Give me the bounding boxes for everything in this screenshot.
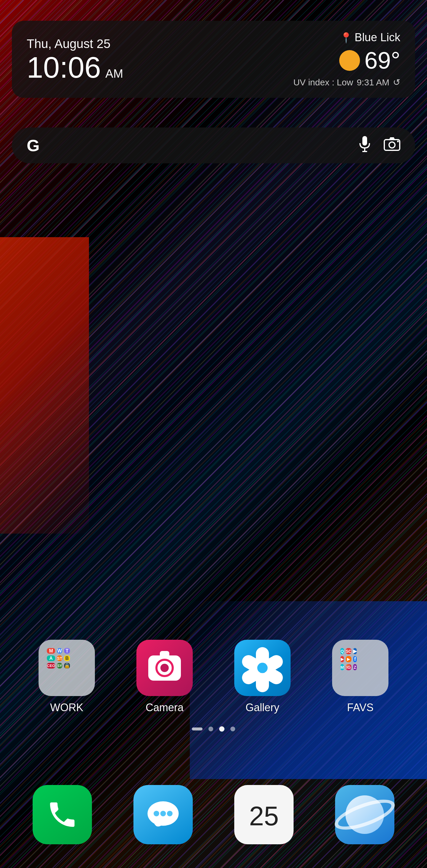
dock-calendar-icon[interactable]: 25	[234, 785, 294, 844]
dock-internet-item[interactable]	[335, 785, 394, 844]
planet-icon	[345, 795, 384, 834]
favs-mini-app-1: Q	[340, 648, 344, 654]
refresh-icon: ↺	[393, 77, 400, 88]
time-display: 10:06 AM	[27, 53, 123, 82]
dock-phone-icon[interactable]	[33, 785, 92, 844]
weather-section: 📍 Blue Lick 69° UV index : Low 9:31 AM ↺	[293, 31, 400, 88]
svg-rect-0	[362, 136, 367, 146]
uv-index-text: UV index : Low	[293, 78, 353, 88]
dock-messages-item[interactable]	[133, 785, 193, 844]
svg-point-6	[397, 141, 399, 142]
work-mini-app-ceo: CEO	[47, 663, 55, 669]
work-folder-icon[interactable]: M W T A ST B CEO SY 🔒	[38, 640, 95, 696]
dock-internet-icon[interactable]	[335, 785, 394, 844]
work-mini-app-7: SY	[57, 663, 62, 669]
page-menu-dot[interactable]	[192, 727, 203, 731]
favs-mini-app-yt: ▶	[340, 656, 344, 662]
dock-bar: 25	[12, 785, 415, 844]
favs-folder-icon[interactable]: Q SC ▶ ▶ ▶ f M IG Z	[332, 640, 389, 696]
camera-app-icon[interactable]	[136, 640, 193, 696]
svg-point-8	[154, 811, 159, 816]
page-dot-1[interactable]	[209, 726, 213, 731]
work-mini-app-5: ST	[57, 655, 62, 661]
svg-point-9	[160, 811, 166, 816]
svg-marker-4	[389, 137, 395, 140]
main-apps-row: M W T A ST B CEO SY 🔒 WORK	[0, 640, 427, 714]
uv-update-time: 9:31 AM	[357, 78, 389, 88]
location-name: Blue Lick	[355, 31, 400, 44]
visual-search-icon[interactable]	[384, 137, 400, 154]
home-screen-content: Thu, August 25 10:06 AM 📍 Blue Lick 69° …	[0, 0, 427, 868]
datetime-section: Thu, August 25 10:06 AM	[27, 37, 123, 82]
svg-point-5	[389, 142, 395, 148]
favs-mini-app-m: M	[340, 664, 344, 670]
camera-app-item[interactable]: Camera	[136, 640, 193, 714]
date-display: Thu, August 25	[27, 37, 123, 51]
gallery-app-item[interactable]: Gallery	[234, 640, 291, 714]
favs-mini-app-2: SC	[346, 648, 352, 654]
location-pin-icon: 📍	[340, 32, 352, 43]
temperature-row: 69°	[339, 47, 400, 74]
dock-calendar-item[interactable]: 25	[234, 785, 294, 844]
dock-phone-item[interactable]	[33, 785, 92, 844]
favs-mini-app-3: ▶	[353, 648, 357, 654]
page-indicator-dots	[0, 726, 427, 732]
google-logo: G	[27, 136, 40, 155]
favs-mini-app-ym: ▶	[346, 656, 352, 662]
camera-app-label: Camera	[146, 702, 184, 714]
calendar-date-number: 25	[249, 803, 279, 830]
work-mini-app-1: M	[47, 648, 55, 654]
time-ampm: AM	[105, 68, 123, 80]
work-mini-app-8: 🔒	[64, 663, 70, 669]
work-mini-app-6: B	[64, 655, 70, 661]
search-action-icons	[358, 135, 400, 156]
datetime-weather-widget[interactable]: Thu, August 25 10:06 AM 📍 Blue Lick 69° …	[12, 21, 415, 98]
gallery-app-label: Gallery	[246, 702, 279, 714]
gallery-app-icon[interactable]	[234, 640, 291, 696]
work-mini-app-4: A	[47, 655, 55, 661]
time-value: 10:06	[27, 53, 101, 82]
work-mini-app-2: W	[57, 648, 62, 654]
uv-index-row: UV index : Low 9:31 AM ↺	[293, 77, 400, 88]
favs-folder-label: FAVS	[347, 702, 373, 714]
favs-mini-app-z: Z	[353, 664, 357, 670]
work-folder-label: WORK	[50, 702, 83, 714]
page-dot-3[interactable]	[231, 726, 235, 731]
page-dot-2-active[interactable]	[219, 726, 224, 732]
work-folder-item[interactable]: M W T A ST B CEO SY 🔒 WORK	[38, 640, 95, 714]
voice-search-icon[interactable]	[358, 135, 372, 156]
sun-icon	[339, 50, 360, 71]
favs-mini-app-ig: IG	[346, 664, 352, 670]
dock-messages-icon[interactable]	[133, 785, 193, 844]
work-mini-app-3: T	[64, 648, 70, 654]
svg-point-10	[167, 811, 173, 816]
location-row: 📍 Blue Lick	[340, 31, 400, 44]
temperature-value: 69°	[364, 47, 400, 74]
google-search-bar[interactable]: G	[12, 127, 415, 163]
favs-folder-item[interactable]: Q SC ▶ ▶ ▶ f M IG Z FAVS	[332, 640, 389, 714]
favs-mini-app-fb: f	[353, 656, 357, 662]
